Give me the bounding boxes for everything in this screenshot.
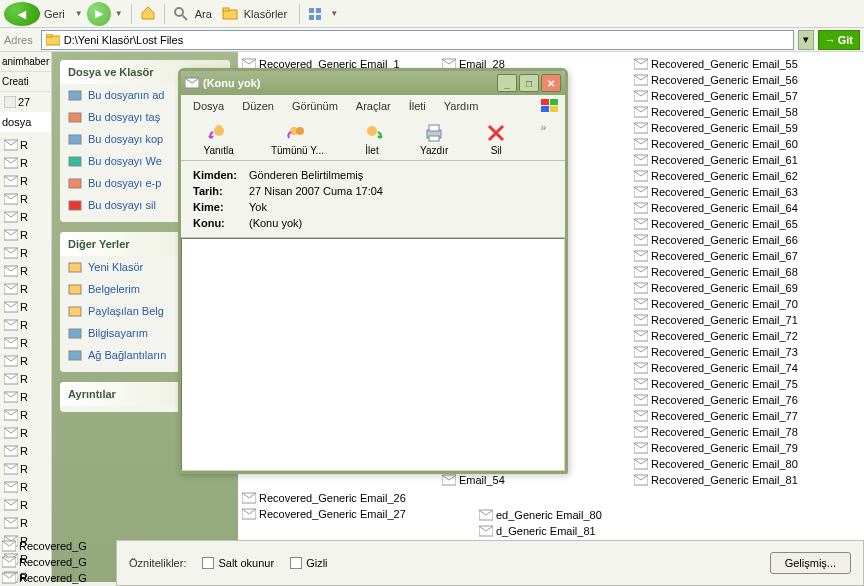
file-item[interactable]: Recovered_Generic Email_69 [632, 280, 818, 296]
list-item[interactable]: R [0, 496, 51, 514]
file-item[interactable]: Recovered_Generic Email_77 [632, 408, 818, 424]
file-item[interactable]: Email_54 [440, 472, 628, 488]
list-item[interactable]: R [0, 370, 51, 388]
address-dropdown[interactable]: ▾ [798, 30, 814, 50]
file-item[interactable]: d_Generic Email_81 [477, 523, 604, 539]
close-button[interactable]: ✕ [541, 74, 561, 92]
file-item[interactable]: Recovered_Generic Email_62 [632, 168, 818, 184]
forward-dropdown[interactable]: ▼ [113, 9, 125, 18]
list-item[interactable]: R [0, 388, 51, 406]
list-item[interactable]: R [0, 298, 51, 316]
menu-edit[interactable]: Düzen [234, 98, 282, 114]
folders-icon[interactable] [220, 4, 240, 24]
list-item[interactable]: R [0, 280, 51, 298]
file-item[interactable]: Recovered_Generic Email_66 [632, 232, 818, 248]
reply-button[interactable]: Yanıtla [198, 120, 240, 158]
list-item[interactable]: R [0, 208, 51, 226]
list-item[interactable]: R [0, 478, 51, 496]
tab-2[interactable]: Creati [0, 72, 51, 92]
network-icon [68, 348, 82, 362]
list-item[interactable]: R [0, 406, 51, 424]
file-item[interactable]: Recovered_Generic Email_80 [632, 456, 818, 472]
tab-1[interactable]: animhaber [0, 52, 51, 72]
list-item[interactable]: R [0, 442, 51, 460]
list-item[interactable]: R [0, 190, 51, 208]
list-item[interactable]: R [0, 352, 51, 370]
advanced-button[interactable]: Gelişmiş... [770, 552, 851, 574]
file-item[interactable]: Recovered_Generic Email_74 [632, 360, 818, 376]
file-item[interactable]: Recovered_G [0, 538, 116, 554]
file-item[interactable]: Recovered_Generic Email_70 [632, 296, 818, 312]
file-item[interactable]: Recovered_Generic Email_72 [632, 328, 818, 344]
svg-rect-45 [69, 201, 81, 210]
print-button[interactable]: Yazdır [414, 120, 454, 158]
file-item[interactable]: Recovered_Generic Email_61 [632, 152, 818, 168]
list-item[interactable]: R [0, 172, 51, 190]
maximize-button[interactable]: □ [519, 74, 539, 92]
menu-message[interactable]: İleti [401, 98, 434, 114]
mail-icon [185, 77, 199, 89]
search-icon[interactable] [171, 4, 191, 24]
file-item[interactable]: Recovered_Generic Email_56 [632, 72, 818, 88]
up-button[interactable] [138, 4, 158, 24]
file-item[interactable]: Recovered_Generic Email_68 [632, 264, 818, 280]
list-item[interactable]: R [0, 334, 51, 352]
email-headers: Kimden:Gönderen Belirtilmemiş Tarih:27 N… [181, 161, 565, 238]
file-item[interactable]: Recovered_Generic Email_64 [632, 200, 818, 216]
file-item[interactable]: Recovered_Generic Email_73 [632, 344, 818, 360]
item-count: 27 [0, 92, 51, 112]
list-item[interactable]: R [0, 514, 51, 532]
views-button[interactable] [306, 4, 326, 24]
file-item[interactable]: Recovered_Generic Email_78 [632, 424, 818, 440]
file-item[interactable]: Recovered_Generic Email_55 [632, 56, 818, 72]
back-dropdown[interactable]: ▼ [73, 9, 85, 18]
file-item[interactable]: Recovered_Generic Email_57 [632, 88, 818, 104]
readonly-checkbox[interactable]: Salt okunur [202, 557, 274, 569]
svg-rect-7 [316, 15, 321, 20]
email-body[interactable] [181, 238, 565, 471]
file-item[interactable]: Recovered_Generic Email_59 [632, 120, 818, 136]
menu-file[interactable]: Dosya [185, 98, 232, 114]
file-item[interactable]: Recovered_Generic Email_63 [632, 184, 818, 200]
back-button[interactable]: ◄ [4, 2, 40, 26]
svg-rect-48 [69, 307, 81, 316]
file-item[interactable]: Recovered_G [0, 570, 116, 586]
file-item[interactable]: Recovered_Generic Email_81 [632, 472, 818, 488]
list-item[interactable]: R [0, 316, 51, 334]
file-item[interactable]: Recovered_Generic Email_58 [632, 104, 818, 120]
forward-button-dlg[interactable]: İlet [355, 120, 389, 158]
list-item[interactable]: R [0, 262, 51, 280]
file-item[interactable]: Recovered_Generic Email_27 [240, 506, 436, 522]
file-item[interactable]: Recovered_Generic Email_60 [632, 136, 818, 152]
minimize-button[interactable]: _ [497, 74, 517, 92]
forward-button[interactable]: ▶ [87, 2, 111, 26]
address-input[interactable]: D:\Yeni Klasör\Lost Files [41, 30, 794, 50]
menu-tools[interactable]: Araçlar [348, 98, 399, 114]
file-item[interactable]: ed_Generic Email_80 [477, 507, 604, 523]
file-item[interactable]: Recovered_Generic Email_75 [632, 376, 818, 392]
dialog-titlebar[interactable]: (Konu yok) _ □ ✕ [181, 71, 565, 95]
list-item[interactable]: R [0, 424, 51, 442]
file-item[interactable]: Recovered_Generic Email_79 [632, 440, 818, 456]
toolbar-overflow[interactable]: » [538, 119, 548, 135]
svg-rect-114 [541, 99, 549, 105]
menu-view[interactable]: Görünüm [284, 98, 346, 114]
list-item[interactable]: R [0, 136, 51, 154]
hidden-checkbox[interactable]: Gizli [290, 557, 327, 569]
list-item[interactable]: R [0, 154, 51, 172]
subject-value: (Konu yok) [249, 217, 302, 229]
file-item[interactable]: Recovered_Generic Email_26 [240, 490, 436, 506]
list-item[interactable]: R [0, 460, 51, 478]
list-item[interactable]: R [0, 244, 51, 262]
file-item[interactable]: Recovered_Generic Email_76 [632, 392, 818, 408]
list-item[interactable]: R [0, 226, 51, 244]
menu-help[interactable]: Yardım [436, 98, 487, 114]
delete-button[interactable]: Sil [479, 120, 513, 158]
file-item[interactable]: Recovered_Generic Email_65 [632, 216, 818, 232]
mail-icon [68, 176, 82, 190]
go-button[interactable]: → Git [818, 30, 860, 50]
reply-all-button[interactable]: Tümünü Y... [265, 120, 330, 158]
file-item[interactable]: Recovered_G [0, 554, 116, 570]
file-item[interactable]: Recovered_Generic Email_71 [632, 312, 818, 328]
file-item[interactable]: Recovered_Generic Email_67 [632, 248, 818, 264]
